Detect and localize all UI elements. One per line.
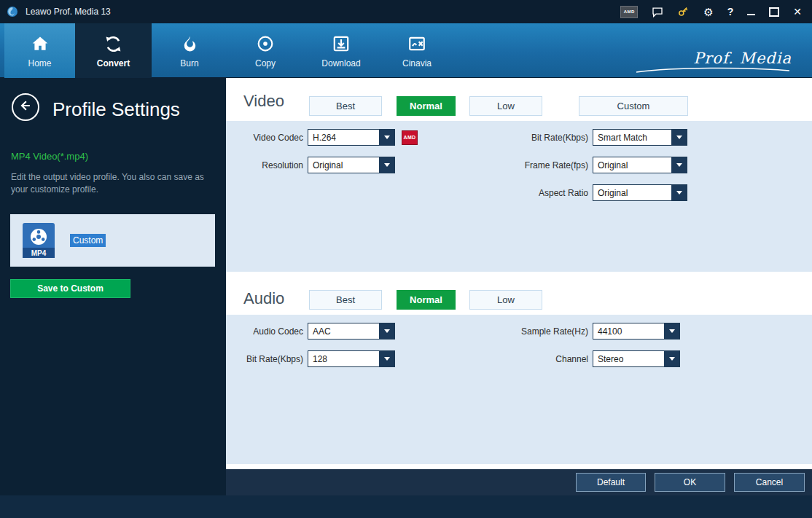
channel-field: Channel Stereo — [508, 350, 680, 367]
cinavia-icon — [407, 33, 426, 55]
page-title: Profile Settings — [52, 98, 180, 121]
video-bitrate-dropdown[interactable]: Smart Match — [593, 129, 687, 146]
chevron-down-icon[interactable] — [379, 323, 394, 339]
feedback-bubble-icon[interactable] — [652, 5, 663, 18]
audio-codec-field: Audio Codec AAC — [226, 323, 395, 340]
help-icon[interactable]: ? — [727, 5, 734, 18]
tab-copy[interactable]: Copy — [227, 23, 303, 78]
chevron-down-icon[interactable] — [671, 157, 687, 173]
field-label: Frame Rate(fps) — [508, 160, 588, 170]
dropdown-value: Original — [593, 157, 671, 173]
register-key-icon[interactable] — [677, 5, 690, 18]
tab-home[interactable]: Home — [4, 23, 75, 78]
video-custom-button[interactable]: Custom — [579, 96, 688, 116]
dropdown-value: Original — [593, 185, 671, 200]
ok-button[interactable]: OK — [655, 473, 725, 492]
video-heading: Video — [243, 92, 284, 111]
chevron-down-icon[interactable] — [671, 130, 687, 145]
audio-bitrate-dropdown[interactable]: 128 — [308, 350, 395, 367]
video-codec-dropdown[interactable]: H.264 — [308, 129, 395, 146]
profile-name: MP4 Video(*.mp4) — [11, 151, 88, 162]
tab-label: Burn — [180, 58, 198, 68]
window-title: Leawo Prof. Media 13 — [26, 7, 111, 17]
resolution-dropdown[interactable]: Original — [308, 157, 395, 173]
tab-download[interactable]: Download — [303, 23, 379, 78]
main-nav: Home Convert Burn Copy — [0, 23, 812, 78]
back-button[interactable] — [12, 93, 39, 121]
chevron-down-icon[interactable] — [379, 130, 394, 145]
titlebar: Leawo Prof. Media 13 AMD ⚙ ? ✕ — [0, 0, 812, 23]
download-icon — [332, 33, 351, 55]
video-quality-normal-button[interactable]: Normal — [397, 96, 456, 116]
tab-label: Home — [28, 58, 51, 68]
field-label: Aspect Ratio — [508, 188, 588, 198]
chevron-down-icon[interactable] — [664, 323, 679, 339]
sample-rate-dropdown[interactable]: 44100 — [593, 323, 680, 340]
video-settings-panel: Video Codec H.264 AMD Bit Rate(Kbps) Sma… — [226, 121, 812, 272]
audio-codec-dropdown[interactable]: AAC — [308, 323, 395, 340]
tab-label: Copy — [255, 58, 276, 68]
default-button[interactable]: Default — [576, 473, 646, 492]
video-quality-low-button[interactable]: Low — [469, 96, 542, 116]
cancel-button[interactable]: Cancel — [734, 473, 805, 492]
footer-bar: Default OK Cancel — [226, 469, 812, 495]
dropdown-value: Stereo — [593, 351, 664, 366]
audio-quality-low-button[interactable]: Low — [469, 290, 542, 310]
burn-flame-icon — [181, 33, 199, 55]
custom-profile-label[interactable]: Custom — [70, 234, 106, 247]
convert-icon — [104, 33, 123, 55]
video-codec-field: Video Codec H.264 AMD — [226, 129, 418, 146]
profile-description: Edit the output video profile. You also … — [11, 171, 209, 196]
maximize-button[interactable] — [769, 5, 779, 18]
aspect-ratio-dropdown[interactable]: Original — [593, 184, 687, 201]
frame-rate-field: Frame Rate(fps) Original — [508, 157, 687, 173]
channel-dropdown[interactable]: Stereo — [593, 350, 680, 367]
minimize-button[interactable] — [747, 5, 755, 18]
video-bitrate-field: Bit Rate(Kbps) Smart Match — [508, 129, 687, 146]
brand-logo: Prof. Media — [635, 50, 792, 74]
audio-quality-best-button[interactable]: Best — [309, 290, 382, 310]
tab-label: Convert — [97, 58, 130, 68]
audio-bitrate-field: Bit Rate(Kbps) 128 — [226, 350, 395, 367]
field-label: Audio Codec — [226, 326, 303, 337]
amd-badge-icon[interactable]: AMD — [620, 6, 638, 18]
tab-cinavia[interactable]: Cinavia — [379, 23, 455, 78]
save-to-custom-button[interactable]: Save to Custom — [10, 279, 130, 298]
field-label: Video Codec — [226, 133, 303, 143]
aspect-ratio-field: Aspect Ratio Original — [508, 184, 687, 201]
svg-text:MP4: MP4 — [31, 249, 47, 257]
audio-quality-normal-button[interactable]: Normal — [397, 290, 456, 310]
status-strip — [0, 495, 812, 518]
dropdown-value: AAC — [308, 323, 379, 339]
field-label: Sample Rate(Hz) — [508, 326, 588, 337]
tab-convert[interactable]: Convert — [75, 23, 152, 78]
titlebar-actions: AMD ⚙ ? ✕ — [620, 5, 812, 18]
settings-gear-icon[interactable]: ⚙ — [703, 5, 713, 18]
amd-acceleration-icon: AMD — [402, 130, 418, 145]
chevron-down-icon[interactable] — [379, 157, 394, 173]
close-button[interactable]: ✕ — [793, 5, 802, 18]
sample-rate-field: Sample Rate(Hz) 44100 — [508, 323, 680, 340]
audio-settings-panel: Audio Codec AAC Sample Rate(Hz) 44100 Bi… — [226, 315, 812, 464]
home-icon — [31, 33, 50, 55]
resolution-field: Resolution Original — [226, 157, 395, 173]
brand-text: Prof. Media — [693, 50, 792, 67]
tab-burn[interactable]: Burn — [152, 23, 227, 78]
tab-label: Download — [321, 58, 360, 68]
app-logo-icon — [7, 5, 20, 18]
mp4-file-icon: MP4 — [23, 223, 55, 261]
chevron-down-icon[interactable] — [664, 351, 679, 366]
chevron-down-icon[interactable] — [379, 351, 394, 366]
video-quality-best-button[interactable]: Best — [309, 96, 382, 116]
audio-heading: Audio — [243, 289, 284, 308]
main-panel: Video Best Normal Low Custom Video Codec… — [226, 78, 812, 495]
field-label: Bit Rate(Kbps) — [508, 133, 588, 143]
dropdown-value: H.264 — [308, 130, 379, 145]
dropdown-value: Original — [308, 157, 379, 173]
audio-section-header: Audio Best Normal Low — [226, 284, 812, 315]
custom-profile-item[interactable]: MP4 Custom — [10, 214, 215, 267]
sidebar: Profile Settings MP4 Video(*.mp4) Edit t… — [0, 78, 226, 495]
chevron-down-icon[interactable] — [671, 185, 687, 200]
dropdown-value: Smart Match — [593, 130, 671, 145]
frame-rate-dropdown[interactable]: Original — [593, 157, 687, 173]
